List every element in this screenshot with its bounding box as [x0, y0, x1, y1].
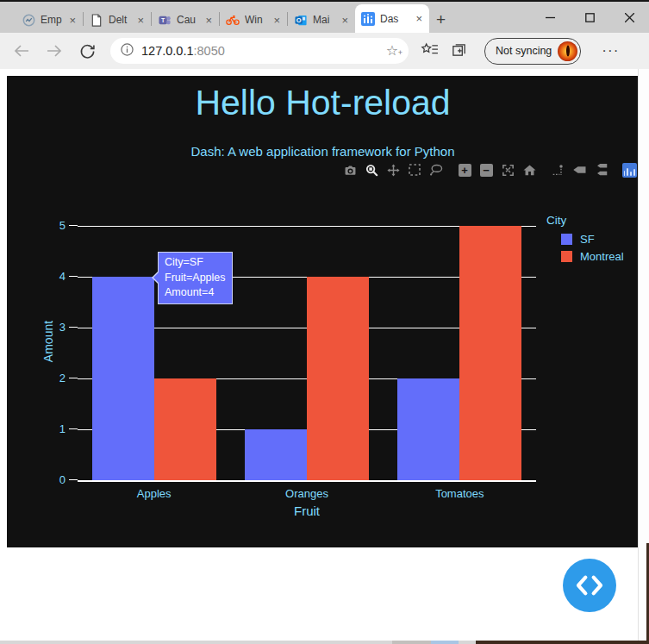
window-controls — [530, 2, 649, 33]
pan-icon[interactable] — [385, 161, 401, 178]
new-tab-button[interactable]: + — [436, 11, 446, 28]
close-icon[interactable]: × — [204, 15, 213, 26]
spikelines-icon[interactable] — [550, 161, 565, 178]
tab-mai[interactable]: O Mai × — [288, 7, 355, 33]
plotly-modebar: + − — [336, 161, 637, 178]
code-icon — [575, 574, 604, 597]
settings-menu-icon[interactable]: ··· — [602, 42, 619, 59]
bar-montreal-tomatoes[interactable] — [459, 226, 521, 480]
outlook-icon: O — [294, 13, 308, 27]
bar-montreal-apples[interactable] — [154, 378, 216, 480]
page-icon — [90, 13, 103, 27]
legend-label: SF — [580, 233, 595, 246]
plotly-logo-icon[interactable] — [621, 161, 637, 178]
tab-label: Mai — [313, 14, 335, 26]
maximize-button[interactable] — [570, 2, 609, 33]
y-tick-mark — [69, 479, 78, 480]
tooltip-line: Fruit=Apples — [165, 271, 226, 286]
url-text[interactable]: 127.0.0.1:8050 — [141, 44, 377, 58]
hover-compare-icon[interactable] — [593, 161, 608, 178]
page-title: Hello Hot-reload — [7, 76, 639, 123]
tooltip-arrow — [153, 272, 159, 284]
y-tick-mark — [69, 225, 78, 226]
x-tick-label: Tomatoes — [408, 487, 511, 500]
taskbar-icon-fragment — [392, 641, 431, 644]
legend-entry-sf[interactable]: SF — [561, 233, 624, 246]
close-icon[interactable]: × — [415, 13, 423, 24]
y-tick-label: 2 — [34, 372, 66, 385]
tab-label: Emp — [41, 14, 63, 26]
y-tick-mark — [69, 327, 78, 328]
legend-swatch — [561, 234, 572, 245]
page-subtitle: Dash: A web application framework for Py… — [7, 144, 639, 159]
zoom-out-icon[interactable]: − — [478, 161, 494, 178]
tooltip-line: City=SF — [165, 255, 226, 271]
back-icon[interactable] — [9, 38, 34, 64]
bar-montreal-oranges[interactable] — [307, 277, 369, 480]
minimize-button[interactable] — [530, 2, 570, 33]
desktop-edge-strip — [476, 641, 649, 644]
toolbar-right: Not syncing ··· — [421, 38, 619, 65]
legend-title: City — [546, 214, 624, 227]
dash-app: Hello Hot-reload Dash: A web application… — [7, 76, 639, 547]
taskbar-icon-fragment — [431, 641, 459, 644]
info-icon[interactable] — [121, 43, 134, 59]
x-tick-label: Apples — [103, 487, 206, 500]
favorites-icon[interactable] — [421, 42, 439, 60]
not-syncing-label: Not syncing — [496, 45, 552, 57]
box-select-icon[interactable] — [407, 161, 422, 178]
forward-icon[interactable] — [41, 38, 67, 64]
legend-entry-montreal[interactable]: Montreal — [561, 250, 624, 263]
bar-sf-tomatoes[interactable] — [397, 378, 459, 480]
legend-entries: SFMontreal — [546, 233, 624, 263]
close-icon[interactable]: × — [340, 15, 349, 26]
address-bar[interactable]: 127.0.0.1:8050 ☆+ — [110, 38, 409, 64]
lasso-icon[interactable] — [428, 161, 444, 178]
y-tick-label: 3 — [34, 321, 66, 334]
legend-swatch — [561, 251, 572, 262]
browser-toolbar: 127.0.0.1:8050 ☆+ Not syncing ··· — [0, 33, 649, 69]
profile-avatar — [558, 41, 577, 61]
autoscale-icon[interactable] — [500, 161, 515, 178]
bar-sf-oranges[interactable] — [245, 429, 307, 480]
tab-cau[interactable]: T Cau × — [152, 7, 219, 33]
browser-viewport: Hello Hot-reload Dash: A web application… — [0, 69, 649, 644]
y-tick-label: 1 — [34, 422, 66, 435]
collections-icon[interactable] — [451, 41, 467, 61]
bar-sf-apples[interactable] — [92, 277, 154, 480]
zoom-in-icon[interactable]: + — [457, 161, 472, 178]
dash-debug-menu-button[interactable] — [563, 559, 616, 612]
tab-delt[interactable]: Delt × — [84, 7, 151, 33]
tab-dash-active[interactable]: Das × — [355, 4, 429, 33]
close-icon[interactable]: × — [272, 15, 281, 26]
close-window-button[interactable] — [609, 2, 649, 33]
tab-label: Das — [380, 13, 409, 25]
tab-label: Cau — [177, 14, 199, 26]
refresh-icon[interactable] — [74, 38, 100, 64]
teams-icon: T — [158, 13, 172, 27]
add-favorite-icon[interactable]: ☆+ — [384, 43, 400, 59]
tooltip-lines: City=SFFruit=ApplesAmount=4 — [165, 255, 226, 301]
close-icon[interactable]: × — [136, 15, 145, 26]
y-tick-label: 5 — [34, 219, 66, 232]
y-tick-mark — [69, 276, 78, 277]
hover-tooltip: City=SFFruit=ApplesAmount=4 — [158, 252, 233, 304]
y-tick-mark — [69, 378, 78, 378]
y-tick-label: 4 — [34, 270, 66, 283]
tab-emp[interactable]: Emp × — [16, 7, 83, 33]
tooltip-line: Amount=4 — [165, 285, 226, 301]
close-icon[interactable]: × — [68, 15, 77, 26]
tab-strip: Emp × Delt × T Cau × Win × O Mai × — [0, 2, 649, 33]
camera-icon[interactable] — [342, 161, 358, 178]
analytics-icon — [22, 13, 35, 27]
zoom-icon[interactable] — [364, 161, 379, 178]
tab-win[interactable]: Win × — [220, 7, 287, 33]
not-syncing-button[interactable]: Not syncing — [484, 38, 581, 65]
dash-icon — [361, 12, 375, 26]
reset-axes-home-icon[interactable] — [521, 161, 537, 178]
x-tick-label: Oranges — [255, 487, 359, 500]
hover-closest-icon[interactable] — [571, 161, 587, 178]
bike-icon — [226, 13, 240, 27]
y-tick-label: 0 — [34, 473, 66, 486]
y-tick-mark — [69, 428, 78, 429]
